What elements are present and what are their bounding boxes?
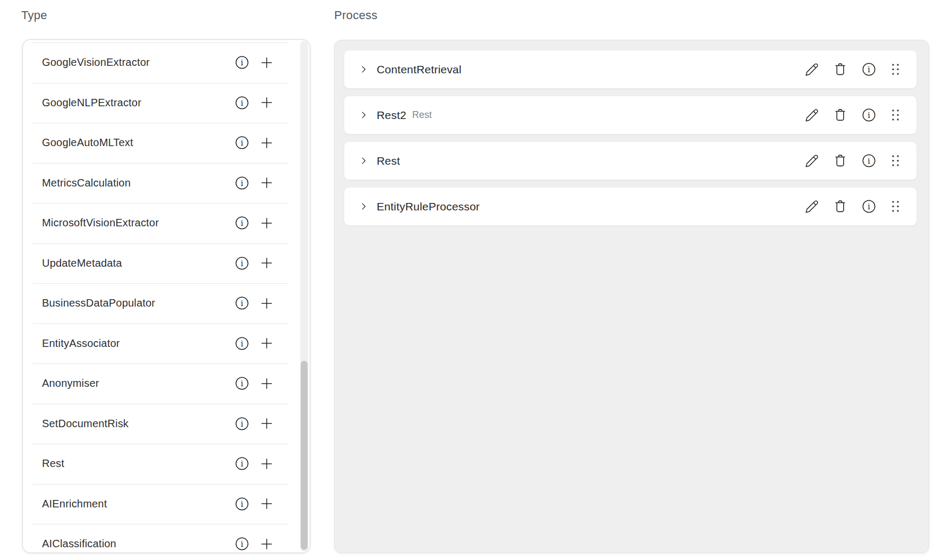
type-panel: GoogleVisionExtractor i GoogleNLPExtract… [22, 39, 310, 553]
process-card-actions: i [804, 108, 901, 122]
info-icon[interactable]: i [235, 537, 249, 551]
type-list-item[interactable]: AIClassification i [23, 524, 298, 553]
svg-text:i: i [241, 338, 243, 348]
pencil-icon[interactable] [804, 199, 819, 214]
plus-icon[interactable] [260, 497, 274, 511]
chevron-right-icon[interactable] [359, 202, 368, 211]
info-icon[interactable]: i [235, 296, 249, 310]
type-item-label: MetricsCalculation [23, 177, 235, 189]
trash-icon[interactable] [833, 199, 847, 214]
type-list-item[interactable]: GoogleVisionExtractor i [23, 43, 298, 83]
type-list-item[interactable]: GoogleNLPExtractor i [23, 83, 298, 123]
trash-icon[interactable] [833, 62, 847, 77]
drag-handle-icon[interactable] [890, 154, 901, 168]
plus-icon[interactable] [260, 256, 274, 270]
type-panel-title: Type [21, 8, 47, 23]
info-icon[interactable]: i [235, 456, 249, 471]
type-list-item[interactable]: Anonymiser i [23, 363, 298, 404]
svg-text:i: i [241, 539, 243, 549]
type-item-label: GoogleNLPExtractor [23, 97, 235, 109]
type-list-item[interactable]: Rest i [23, 444, 298, 484]
plus-icon[interactable] [260, 176, 274, 190]
type-item-label: EntityAssociator [23, 337, 235, 350]
info-icon[interactable]: i [235, 96, 249, 110]
type-item-label: GoogleVisionExtractor [23, 56, 235, 69]
plus-icon[interactable] [260, 457, 274, 471]
drag-handle-icon[interactable] [890, 62, 901, 77]
info-icon[interactable]: i [235, 55, 249, 70]
type-list: GoogleVisionExtractor i GoogleNLPExtract… [23, 43, 298, 553]
info-icon[interactable]: i [235, 135, 249, 150]
process-card[interactable]: Rest2 Rest [344, 96, 917, 134]
type-item-label: MicrosoftVisionExtractor [23, 217, 235, 229]
info-icon[interactable]: i [235, 216, 249, 230]
plus-icon[interactable] [260, 96, 274, 109]
drag-handle-icon[interactable] [890, 108, 901, 122]
plus-icon[interactable] [260, 537, 274, 551]
process-subtitle: Rest [412, 109, 432, 121]
process-card[interactable]: Rest [344, 141, 917, 180]
type-list-item[interactable]: BusinessDataPopulator i [23, 283, 298, 324]
type-list-item[interactable]: SetDocumentRisk i [23, 404, 298, 444]
plus-icon[interactable] [260, 417, 274, 430]
svg-text:i: i [868, 111, 870, 120]
plus-icon[interactable] [260, 56, 274, 70]
svg-text:i: i [241, 58, 243, 67]
svg-text:i: i [241, 499, 243, 508]
type-item-label: BusinessDataPopulator [23, 297, 235, 309]
pencil-icon[interactable] [804, 108, 819, 122]
type-list-item[interactable]: MetricsCalculation i [23, 163, 298, 203]
type-item-label: Anonymiser [23, 377, 235, 389]
info-icon[interactable]: i [235, 497, 249, 511]
svg-text:i: i [241, 379, 243, 388]
type-item-label: UpdateMetadata [23, 257, 235, 269]
pencil-icon[interactable] [804, 62, 819, 77]
svg-text:i: i [241, 218, 243, 228]
info-icon[interactable]: i [235, 417, 249, 431]
plus-icon[interactable] [260, 216, 274, 230]
plus-icon[interactable] [260, 377, 274, 391]
svg-text:i: i [868, 156, 870, 166]
scrollbar-thumb[interactable] [301, 361, 308, 550]
type-item-label: GoogleAutoMLText [23, 137, 235, 149]
chevron-right-icon[interactable] [359, 111, 368, 120]
type-list-item[interactable]: AIEnrichment i [23, 484, 298, 524]
info-icon[interactable]: i [862, 199, 876, 214]
process-name: Rest [377, 155, 400, 167]
info-icon[interactable]: i [862, 108, 876, 122]
type-list-item[interactable]: MicrosoftVisionExtractor i [23, 203, 298, 243]
svg-text:i: i [868, 202, 870, 211]
pencil-icon[interactable] [804, 154, 819, 168]
type-list-item[interactable]: UpdateMetadata i [23, 243, 298, 284]
chevron-right-icon[interactable] [359, 156, 368, 165]
type-item-label: AIClassification [23, 538, 235, 550]
process-card-actions: i [804, 154, 901, 168]
plus-icon[interactable] [260, 136, 274, 150]
process-card[interactable]: EntityRuleProcessor [344, 187, 917, 226]
process-card-actions: i [804, 199, 901, 214]
svg-text:i: i [241, 299, 243, 308]
process-name: EntityRuleProcessor [377, 200, 480, 213]
info-icon[interactable]: i [235, 256, 249, 270]
svg-text:i: i [241, 419, 243, 428]
svg-text:i: i [241, 258, 243, 268]
type-item-label: Rest [23, 457, 235, 470]
svg-text:i: i [241, 459, 243, 469]
drag-handle-icon[interactable] [890, 199, 901, 214]
scrollbar-track[interactable] [300, 41, 308, 551]
info-icon[interactable]: i [235, 376, 249, 391]
type-list-item[interactable]: EntityAssociator i [23, 324, 298, 364]
type-list-item[interactable]: GoogleAutoMLText i [23, 123, 298, 163]
trash-icon[interactable] [833, 108, 847, 122]
plus-icon[interactable] [260, 336, 274, 350]
info-icon[interactable]: i [862, 62, 876, 77]
chevron-right-icon[interactable] [359, 65, 368, 74]
info-icon[interactable]: i [235, 336, 249, 351]
plus-icon[interactable] [260, 296, 274, 310]
svg-text:i: i [868, 65, 870, 74]
process-card[interactable]: ContentRetrieval [344, 50, 917, 89]
info-icon[interactable]: i [862, 154, 876, 168]
process-panel: ContentRetrieval [334, 40, 929, 553]
info-icon[interactable]: i [235, 176, 249, 190]
trash-icon[interactable] [833, 154, 847, 168]
